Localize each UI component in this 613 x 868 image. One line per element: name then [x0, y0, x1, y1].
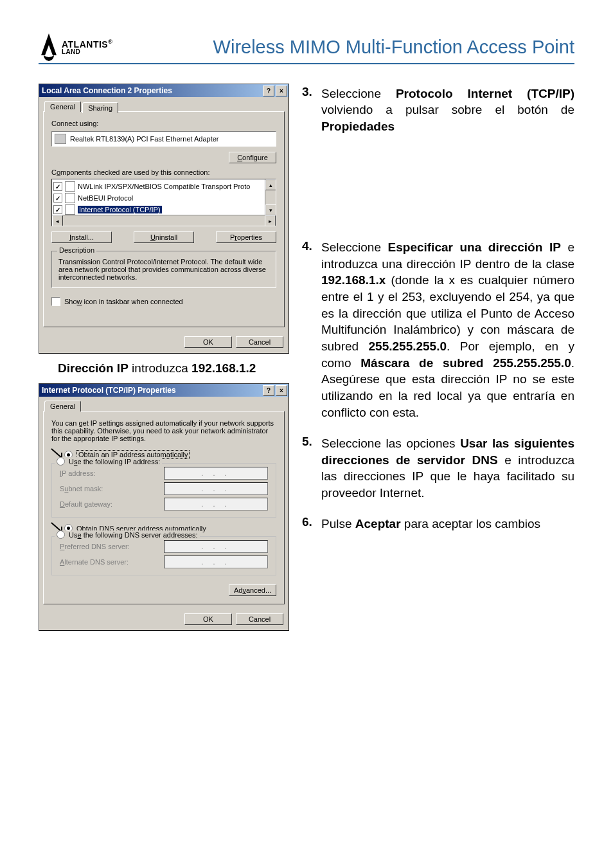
scroll-down-icon[interactable]: ▾ [265, 204, 276, 215]
adapter-name: Realtek RTL8139(A) PCI Fast Ethernet Ada… [70, 135, 219, 143]
show-icon-label: Show icon in taskbar when connected [64, 298, 183, 305]
scroll-right-icon[interactable]: ▸ [265, 215, 276, 226]
checkbox-icon[interactable]: ✓ [53, 182, 62, 191]
protocol-icon [65, 193, 75, 203]
alt-dns-input[interactable]: . . . [164, 556, 268, 568]
connect-using-label: Connect using: [51, 120, 276, 127]
ok-button[interactable]: OK [184, 336, 232, 348]
opt-use-dns-label: Use the following DNS server addresses: [69, 531, 198, 539]
checkbox-icon[interactable]: ✓ [53, 194, 62, 203]
component-item[interactable]: ✓ NWLink IPX/SPX/NetBIOS Compatible Tran… [53, 181, 274, 192]
tcpip-intro: You can get IP settings assigned automat… [51, 419, 276, 442]
show-icon-checkbox[interactable] [51, 297, 60, 306]
logo-reg: ® [108, 39, 112, 45]
properties-button[interactable]: Properties [216, 231, 276, 243]
step-3: 3. Seleccione Protocolo Internet (TCP/IP… [302, 84, 574, 135]
checkbox-icon[interactable]: ✓ [53, 205, 62, 214]
opt-use-ip-label: Use the following IP address: [69, 458, 160, 466]
uninstall-button[interactable]: Uninstall [134, 231, 194, 243]
pref-dns-input[interactable]: . . . [164, 540, 268, 553]
description-text: Transmission Control Protocol/Internet P… [58, 258, 269, 281]
gateway-input[interactable]: . . . [164, 498, 268, 511]
description-title: Description [57, 246, 96, 254]
advanced-button[interactable]: Advanced... [229, 584, 276, 596]
radio-use-dns[interactable] [57, 530, 65, 539]
ip-address-input[interactable]: . . . [164, 467, 268, 480]
configure-button[interactable]: CConfigureonfigure [229, 152, 276, 163]
page-title: Wireless MIMO Multi-Function Access Poin… [213, 37, 574, 58]
dialog-tcpip-properties: Internet Protocol (TCP/IP) Properties ? … [39, 383, 289, 631]
component-item[interactable]: ✓ NetBEUI Protocol [53, 192, 274, 204]
dialog1-title: Local Area Connection 2 Properties [42, 86, 172, 95]
step-4: 4. Seleccione Especificar una dirección … [302, 238, 574, 421]
scrollbar-horizontal[interactable]: ◂ ▸ [52, 215, 276, 226]
dialog-connection-properties: Local Area Connection 2 Properties ? × G… [39, 84, 289, 354]
radio-use-ip[interactable] [57, 457, 65, 466]
subnet-input[interactable]: . . . [164, 482, 268, 495]
tab-sharing[interactable]: Sharing [82, 102, 118, 113]
adapter-icon [55, 134, 66, 144]
logo: ATLANTIS® LAND [39, 32, 112, 62]
ip-address-label: IP address: [60, 469, 95, 477]
tab-general[interactable]: General [44, 101, 81, 112]
step-6: 6. Pulse Aceptar para aceptar los cambio… [302, 514, 574, 532]
components-label: Components checked are used by this conn… [51, 168, 276, 176]
component-item[interactable]: ✓ Internet Protocol (TCP/IP) [53, 204, 274, 215]
protocol-icon [65, 204, 75, 215]
components-list[interactable]: ✓ NWLink IPX/SPX/NetBIOS Compatible Tran… [51, 179, 276, 226]
help-button[interactable]: ? [263, 86, 274, 96]
dialog2-title: Internet Protocol (TCP/IP) Properties [42, 386, 176, 395]
close-button[interactable]: × [276, 385, 287, 396]
scroll-up-icon[interactable]: ▴ [265, 179, 276, 190]
help-button[interactable]: ? [263, 385, 274, 396]
subnet-label: Subnet mask: [60, 485, 103, 493]
scroll-left-icon[interactable]: ◂ [52, 215, 63, 226]
step-5: 5. Seleccione las opciones Usar las sigu… [302, 433, 574, 501]
protocol-icon [65, 181, 75, 192]
tab-general[interactable]: General [44, 401, 81, 411]
install-button[interactable]: Install... [51, 231, 112, 243]
ok-button[interactable]: OK [184, 613, 232, 625]
close-button[interactable]: × [276, 86, 287, 96]
cancel-button[interactable]: Cancel [236, 613, 283, 625]
pref-dns-label: Preferred DNS server: [60, 543, 130, 550]
scrollbar-vertical[interactable]: ▴ ▾ [265, 179, 276, 215]
alt-dns-label: Alternate DNS server: [60, 558, 129, 566]
cancel-button[interactable]: Cancel [236, 336, 283, 348]
bridge-text: Dirección IP introduzca 192.168.1.2 [58, 361, 289, 375]
gateway-label: Default gateway: [60, 500, 112, 508]
